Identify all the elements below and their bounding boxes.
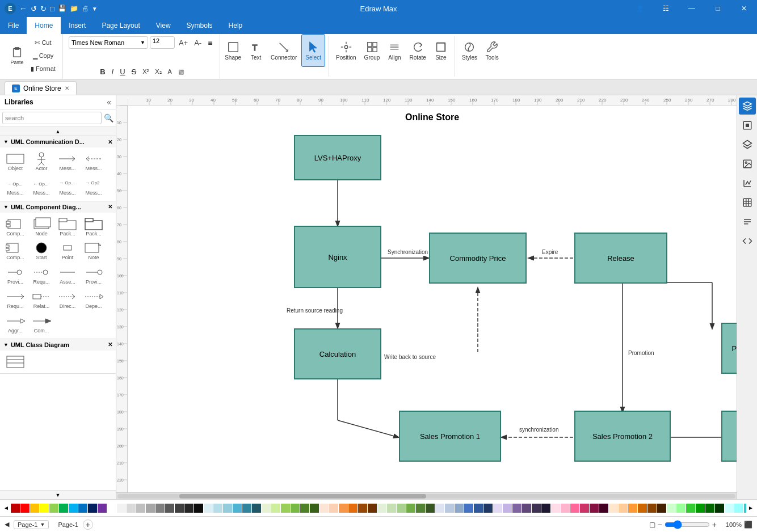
color-swatch[interactable] [570, 504, 579, 513]
color-swatch[interactable] [734, 504, 743, 513]
scroll-up-btn[interactable]: ▲ [0, 127, 116, 136]
text-color-btn[interactable]: A [166, 65, 174, 78]
list-item[interactable]: Actor [30, 151, 53, 173]
color-swatch[interactable] [599, 504, 608, 513]
color-swatch[interactable] [503, 504, 512, 513]
save-icon[interactable]: 💾 [58, 5, 66, 12]
color-swatch[interactable] [406, 504, 415, 513]
superscript-btn[interactable]: X² [140, 65, 151, 78]
color-swatch[interactable] [358, 504, 367, 513]
layout-icon[interactable]: ☷ [653, 0, 679, 17]
size-btn[interactable]: Size [431, 34, 451, 67]
list-item[interactable]: Requ... [3, 289, 27, 311]
color-swatch[interactable] [522, 504, 531, 513]
color-swatch[interactable] [107, 504, 116, 513]
node-commodity[interactable]: Commodity Price [429, 233, 527, 284]
color-swatch[interactable] [127, 504, 136, 513]
menu-view[interactable]: View [148, 17, 179, 34]
color-swatch[interactable] [175, 504, 184, 513]
list-item[interactable]: → Op... Mess... [56, 175, 79, 197]
properties-btn[interactable] [739, 98, 756, 115]
color-swatch[interactable] [300, 504, 309, 513]
select-tool-btn[interactable]: Select [301, 34, 325, 67]
print-icon[interactable]: 🖨 [82, 5, 89, 12]
color-swatch[interactable] [532, 504, 541, 513]
list-item[interactable]: Comp... [3, 240, 27, 262]
strikethrough-btn[interactable]: S [129, 65, 139, 78]
color-swatch[interactable] [252, 504, 261, 513]
color-swatch[interactable] [98, 504, 107, 513]
position-btn[interactable]: Position [333, 34, 360, 67]
color-swatch[interactable] [590, 504, 599, 513]
list-item[interactable]: Requ... [30, 264, 53, 286]
maximize-btn[interactable]: □ [705, 0, 731, 17]
color-swatch[interactable] [78, 504, 87, 513]
color-swatch[interactable] [426, 504, 435, 513]
color-swatch[interactable] [204, 504, 213, 513]
uml-comp-header[interactable]: ▼ UML Component Diag... ✕ [0, 201, 116, 213]
color-swatch[interactable] [657, 504, 666, 513]
node-database[interactable]: Data Base [721, 411, 737, 462]
menu-home[interactable]: Home [27, 17, 61, 34]
fill-btn[interactable] [739, 117, 756, 134]
color-swatch[interactable] [686, 504, 695, 513]
zoom-level[interactable]: 100% [719, 521, 742, 528]
color-swatch[interactable] [667, 504, 676, 513]
list-item[interactable]: Mess... [56, 151, 79, 173]
italic-btn[interactable]: I [110, 65, 116, 78]
tab-close-icon[interactable]: ✕ [65, 85, 69, 91]
sidebar-search-input[interactable] [2, 112, 102, 124]
node-purchase[interactable]: Purchase Background [721, 323, 737, 374]
subscript-btn[interactable]: X₂ [153, 65, 163, 78]
search-icon[interactable]: 🔍 [104, 113, 113, 123]
open-icon[interactable]: 📁 [70, 5, 78, 12]
node-calculation[interactable]: Calculation [294, 328, 381, 379]
color-swatch[interactable] [580, 504, 589, 513]
color-swatch[interactable] [744, 504, 746, 513]
zoom-out-icon[interactable]: − [658, 520, 662, 529]
menu-file[interactable]: File [0, 17, 27, 34]
color-swatch[interactable] [155, 504, 165, 513]
color-swatch[interactable] [541, 504, 550, 513]
diagram-canvas[interactable]: Online Store [128, 105, 737, 492]
menu-help[interactable]: Help [221, 17, 251, 34]
color-swatch[interactable] [483, 504, 493, 513]
highlight-btn[interactable]: ▧ [176, 65, 186, 78]
color-swatch[interactable] [30, 504, 39, 513]
color-swatch[interactable] [69, 504, 78, 513]
page-selector-label[interactable]: Page-1 [18, 521, 37, 528]
color-swatch[interactable] [512, 504, 522, 513]
color-swatch[interactable] [194, 504, 203, 513]
font-name-selector[interactable]: Times New Roman ▼ [69, 36, 148, 49]
text-tool-btn[interactable]: T Text [246, 34, 266, 67]
format-painter-btn[interactable]: ▮ Format [28, 62, 58, 75]
scroll-down-btn[interactable]: ▼ [0, 490, 116, 499]
menu-page-layout[interactable]: Page Layout [94, 17, 148, 34]
color-swatch[interactable] [464, 504, 473, 513]
zoom-slider[interactable] [665, 520, 710, 529]
cut-btn[interactable]: ✄ Cut [28, 36, 58, 49]
close-btn[interactable]: ✕ [731, 0, 757, 17]
horizontal-scrollbar[interactable] [116, 492, 737, 499]
paste-btn[interactable]: Paste [7, 41, 27, 70]
table-btn[interactable] [739, 194, 756, 211]
rotate-btn[interactable]: Rotate [406, 34, 429, 67]
color-swatch[interactable] [213, 504, 222, 513]
zoom-in-icon[interactable]: + [712, 520, 717, 529]
chart-btn[interactable] [739, 175, 756, 192]
color-swatch[interactable] [474, 504, 483, 513]
menu-insert[interactable]: Insert [61, 17, 94, 34]
underline-btn[interactable]: U [117, 65, 127, 78]
font-size-selector[interactable]: 12 [150, 36, 175, 49]
color-swatch[interactable] [319, 504, 329, 513]
list-item[interactable]: Pack... [82, 216, 106, 238]
list-item[interactable]: Note [82, 240, 106, 262]
color-swatch[interactable] [609, 504, 618, 513]
color-swatch[interactable] [435, 504, 444, 513]
color-swatch[interactable] [387, 504, 396, 513]
increase-font-btn[interactable]: A+ [176, 36, 190, 49]
decrease-font-btn[interactable]: A- [192, 36, 204, 49]
color-swatch[interactable] [242, 504, 251, 513]
layer-btn[interactable] [739, 136, 756, 153]
menu-symbols[interactable]: Symbols [179, 17, 221, 34]
